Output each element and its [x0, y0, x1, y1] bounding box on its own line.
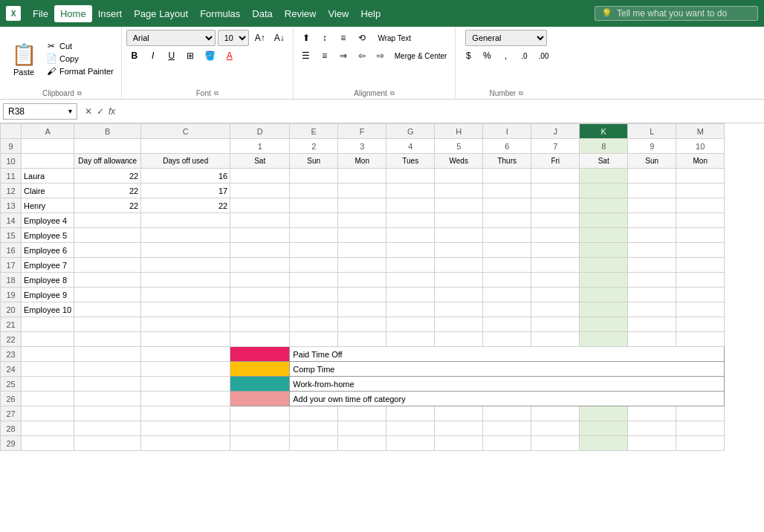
- cell-D28[interactable]: [230, 421, 290, 436]
- cell-L28[interactable]: [628, 421, 676, 436]
- cell-H10[interactable]: Weds: [435, 154, 483, 169]
- cell-F9[interactable]: 3: [338, 139, 386, 154]
- font-size-select[interactable]: 10: [218, 30, 249, 46]
- cell-B23[interactable]: [74, 347, 141, 362]
- legend-color-1[interactable]: [230, 362, 290, 377]
- cell-F14[interactable]: [338, 213, 386, 228]
- cell-L10[interactable]: Sun: [628, 154, 676, 169]
- cell-E17[interactable]: [290, 258, 338, 273]
- cell-E20[interactable]: [290, 302, 338, 317]
- cell-L18[interactable]: [628, 273, 676, 288]
- menu-data[interactable]: Data: [246, 5, 278, 22]
- cell-A15[interactable]: Employee 5: [22, 228, 74, 243]
- cell-F10[interactable]: Mon: [338, 154, 386, 169]
- cell-J15[interactable]: [531, 228, 580, 243]
- cell-H19[interactable]: [435, 288, 483, 302]
- cell-A21[interactable]: [22, 317, 74, 332]
- cell-M12[interactable]: [676, 184, 725, 198]
- col-header-e[interactable]: E: [290, 124, 338, 139]
- col-header-b[interactable]: B: [74, 124, 141, 139]
- cell-J9[interactable]: 7: [531, 139, 580, 154]
- cell-D12[interactable]: [230, 184, 290, 198]
- cell-M9[interactable]: 10: [676, 139, 725, 154]
- cell-C21[interactable]: [141, 317, 230, 332]
- cell-C15[interactable]: [141, 228, 230, 243]
- cell-G10[interactable]: Tues: [386, 154, 435, 169]
- underline-button[interactable]: U: [164, 48, 180, 64]
- col-header-f[interactable]: F: [338, 124, 386, 139]
- cell-C12[interactable]: 17: [141, 184, 230, 198]
- cell-H18[interactable]: [435, 273, 483, 288]
- cell-G28[interactable]: [386, 421, 435, 436]
- cell-A17[interactable]: Employee 7: [22, 258, 74, 273]
- cell-I18[interactable]: [483, 273, 531, 288]
- cell-ref-dropdown-icon[interactable]: ▾: [68, 107, 72, 115]
- menu-home[interactable]: Home: [54, 5, 92, 22]
- cell-I27[interactable]: [483, 406, 531, 421]
- menu-file[interactable]: File: [27, 5, 54, 22]
- cell-A27[interactable]: [22, 406, 74, 421]
- menu-formulas[interactable]: Formulas: [194, 5, 246, 22]
- text-direction-button[interactable]: ⟲: [354, 30, 370, 46]
- cell-C27[interactable]: [141, 406, 230, 421]
- formula-input[interactable]: [120, 103, 761, 120]
- cell-J27[interactable]: [531, 406, 580, 421]
- cell-M10[interactable]: Mon: [676, 154, 725, 169]
- cell-E14[interactable]: [290, 213, 338, 228]
- cell-A9[interactable]: [22, 139, 74, 154]
- cell-L9[interactable]: 9: [628, 139, 676, 154]
- col-header-d[interactable]: D: [230, 124, 290, 139]
- legend-label-3[interactable]: Add your own time off category: [290, 392, 725, 406]
- cell-A29[interactable]: [22, 436, 74, 451]
- cell-F15[interactable]: [338, 228, 386, 243]
- cell-H9[interactable]: 5: [435, 139, 483, 154]
- cell-E11[interactable]: [290, 169, 338, 184]
- cell-J29[interactable]: [531, 436, 580, 451]
- cell-B12[interactable]: 22: [74, 184, 141, 198]
- cell-C18[interactable]: [141, 273, 230, 288]
- cell-B10[interactable]: Day off allowance: [74, 154, 141, 169]
- cell-D9[interactable]: 1: [230, 139, 290, 154]
- cell-C26[interactable]: [141, 392, 230, 406]
- legend-label-2[interactable]: Work-from-home: [290, 377, 725, 392]
- cell-B9[interactable]: [74, 139, 141, 154]
- cell-B24[interactable]: [74, 362, 141, 377]
- cell-B11[interactable]: 22: [74, 169, 141, 184]
- cell-K21[interactable]: [580, 317, 628, 332]
- cell-E12[interactable]: [290, 184, 338, 198]
- cell-L27[interactable]: [628, 406, 676, 421]
- cell-F16[interactable]: [338, 243, 386, 258]
- cell-C19[interactable]: [141, 288, 230, 302]
- cell-G13[interactable]: [386, 198, 435, 213]
- col-header-a[interactable]: A: [22, 124, 74, 139]
- cell-C28[interactable]: [141, 421, 230, 436]
- align-middle-button[interactable]: ↕: [317, 30, 333, 46]
- cell-K14[interactable]: [580, 213, 628, 228]
- cell-B25[interactable]: [74, 377, 141, 392]
- cell-B17[interactable]: [74, 258, 141, 273]
- cell-E21[interactable]: [290, 317, 338, 332]
- cell-K10[interactable]: Sat: [580, 154, 628, 169]
- cell-I14[interactable]: [483, 213, 531, 228]
- cell-E9[interactable]: 2: [290, 139, 338, 154]
- cell-K12[interactable]: [580, 184, 628, 198]
- cell-K18[interactable]: [580, 273, 628, 288]
- menu-insert[interactable]: Insert: [92, 5, 129, 22]
- cell-F29[interactable]: [338, 436, 386, 451]
- decrease-decimal-button[interactable]: .0: [516, 48, 532, 64]
- cell-G21[interactable]: [386, 317, 435, 332]
- cell-L19[interactable]: [628, 288, 676, 302]
- cell-H11[interactable]: [435, 169, 483, 184]
- cell-L11[interactable]: [628, 169, 676, 184]
- cell-I15[interactable]: [483, 228, 531, 243]
- font-increase-button[interactable]: A↑: [251, 30, 269, 46]
- cell-K27[interactable]: [580, 406, 628, 421]
- cell-L14[interactable]: [628, 213, 676, 228]
- cancel-formula-icon[interactable]: ✕: [85, 106, 92, 117]
- cell-I11[interactable]: [483, 169, 531, 184]
- cell-J17[interactable]: [531, 258, 580, 273]
- cell-J19[interactable]: [531, 288, 580, 302]
- col-header-i[interactable]: I: [483, 124, 531, 139]
- cell-K28[interactable]: [580, 421, 628, 436]
- cell-D16[interactable]: [230, 243, 290, 258]
